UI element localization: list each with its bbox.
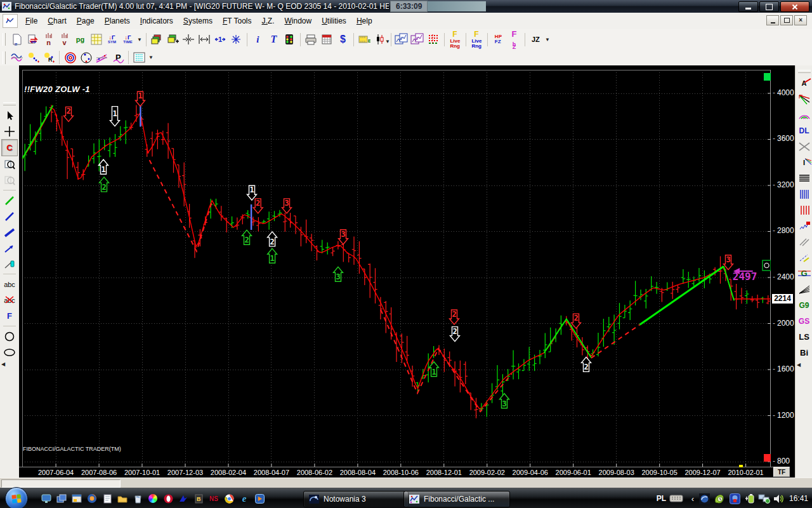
grid-window-button[interactable] [89,32,103,47]
menu-systems[interactable]: Systems [178,15,218,27]
tray-app1-icon[interactable] [699,488,710,508]
planet-wheel-button[interactable] [79,50,93,65]
quicklaunch-notepad[interactable] [102,493,113,504]
start-button[interactable] [5,487,28,508]
chart-windows-blue-button[interactable] [395,32,409,47]
mdi-close-button[interactable]: × [794,15,807,25]
mdi-minimize-button[interactable] [766,15,779,25]
close-button[interactable] [780,1,809,12]
scale-one-button[interactable]: 1 [213,32,228,47]
crosshair-tool[interactable] [2,123,17,139]
menu-window[interactable]: Window [280,15,317,27]
menu-utilities[interactable]: Utilities [317,15,351,27]
toolbar-grip[interactable] [798,70,811,73]
language-indicator[interactable]: PL [657,488,666,508]
calendar-button[interactable] [320,32,334,47]
toolbar-grip[interactable] [3,102,16,105]
menu-page[interactable]: Page [72,15,100,27]
menu-chart[interactable]: Chart [43,15,71,27]
circle-tool[interactable] [2,328,17,344]
trendline-thick-tool[interactable] [2,224,17,240]
quicklaunch-chrome[interactable] [223,493,235,504]
measure-button[interactable]: E [357,32,372,47]
quicklaunch-opera[interactable] [162,493,174,504]
gann-square-tool[interactable]: GS [797,313,812,329]
compress-star-button[interactable] [229,32,244,47]
bars-number-button[interactable]: n [41,32,56,47]
live-range-red-button[interactable]: FLiveRng [448,32,462,47]
ellipse-tool[interactable] [2,344,17,360]
orbit-circles-button[interactable] [63,50,77,65]
chevron-down-icon[interactable]: ▼ [545,37,550,43]
quicklaunch-internet-explorer[interactable]: e [239,493,250,504]
zoom-in-tool[interactable] [2,156,17,172]
waves-button[interactable] [10,50,24,65]
hp-fz-button[interactable]: HPFZ [491,32,506,47]
collapse-arrow-icon[interactable]: ◀ [797,362,801,368]
trendline-arrow-tool[interactable] [2,240,17,256]
menu-planets[interactable]: Planets [100,15,135,27]
toolbar-grip[interactable] [3,51,6,64]
vertical-lines-blue-tool[interactable] [797,186,812,202]
magnet-snap-tool[interactable]: C [1,139,18,156]
bars-value-button[interactable]: v [57,32,72,47]
pages-add-button[interactable] [166,32,180,47]
trendline-green-tool[interactable] [2,192,17,208]
cycles-tool[interactable] [797,218,812,234]
timeframe-button[interactable]: TF [773,467,790,477]
keyboard-icon[interactable] [669,488,683,508]
network-icon[interactable] [758,488,771,508]
bar-style-button[interactable]: ▼ [373,32,388,47]
menu-help[interactable]: Help [351,15,377,27]
pointer-tool[interactable] [2,107,17,123]
pages-stack-button[interactable] [150,32,164,47]
bi-tool[interactable]: Bi [797,345,812,361]
menu-jz[interactable]: J.Z. [256,15,279,27]
fibonacci-label-tool[interactable]: F [2,308,17,324]
time-button[interactable]: ↓ΓTIME [121,32,135,47]
chevron-down-icon[interactable]: ▼ [137,37,142,43]
quicklaunch-recycle-bin[interactable] [132,493,143,504]
trendline-blue-tool[interactable] [2,208,17,224]
taskbar-window-notowania[interactable]: Notowania 3 [303,491,409,507]
horizontal-scroll-panel[interactable] [1,479,121,488]
quicklaunch-bird-app[interactable] [178,493,189,504]
dotted-levels-button[interactable] [426,32,441,47]
parallel-lines-tool[interactable] [797,234,812,250]
planet-aspects-button[interactable] [25,50,40,65]
quicklaunch-window-switcher[interactable] [56,493,67,504]
quicklaunch-media-player[interactable] [254,493,265,504]
fhz-button[interactable]: FhZ [507,32,521,47]
mdi-restore-button[interactable] [780,15,793,25]
chart-plot[interactable]: 211121232213312232232497 [22,70,771,467]
aspect-lines-button[interactable] [95,50,109,65]
delete-text-tool[interactable]: abc [2,292,17,308]
quicklaunch-ns[interactable]: NS [208,493,219,504]
chart-windows-purple-button[interactable] [410,32,425,47]
mdi-child-icon[interactable] [3,14,18,28]
angle-tool[interactable]: A [797,75,812,91]
page-button[interactable]: pg [73,32,88,47]
fib-arcs-tool[interactable] [797,107,812,123]
jz-button[interactable]: JZ [528,32,543,47]
chevron-down-icon[interactable]: ▼ [148,55,154,60]
planet-lines-button[interactable]: P [110,50,125,65]
planet-retrograde-button[interactable]: R [41,50,56,65]
pencil-lines-tool[interactable] [797,250,812,265]
long-short-tool[interactable]: LS [797,329,812,345]
text-button[interactable]: T [266,32,281,47]
info-button[interactable]: i [251,32,265,47]
symbol-button[interactable]: ↓ΓSYM [105,32,119,47]
taskbar-clock[interactable]: 16:41 [789,488,808,508]
new-chart-button[interactable]: NEW [10,32,24,47]
quicklaunch-b-tool[interactable]: B [193,493,204,504]
live-range-blue-button[interactable]: FLiveRng [469,32,484,47]
gann9-tool[interactable]: G9 [797,297,812,313]
zoom-out-tool[interactable] [2,172,17,188]
restore-button[interactable] [759,1,779,12]
dollar-button[interactable]: $ [336,32,350,47]
menu-ft-tools[interactable]: FT Tools [218,15,257,27]
collapse-arrow-icon[interactable]: ◀ [1,361,5,367]
expand-scale-button[interactable] [197,32,212,47]
print-button[interactable] [304,32,318,47]
